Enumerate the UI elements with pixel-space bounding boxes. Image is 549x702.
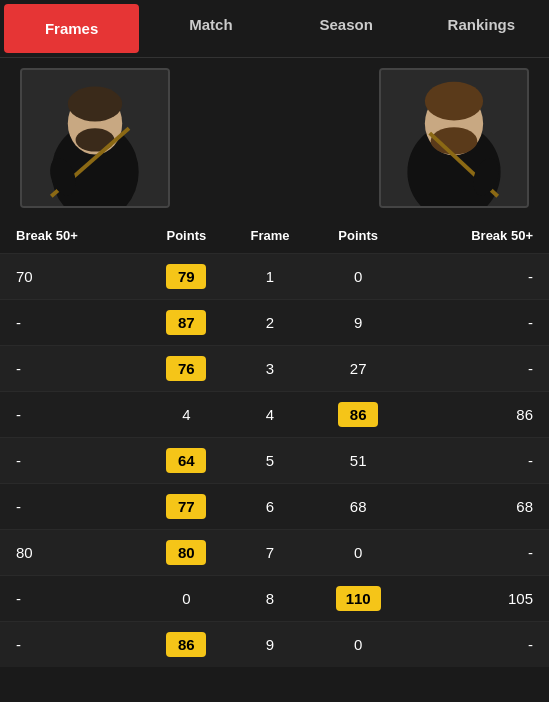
cell-break50-left: - bbox=[0, 346, 144, 392]
cell-break50-left: - bbox=[0, 576, 144, 622]
cell-frame: 7 bbox=[229, 530, 312, 576]
cell-break50-left: - bbox=[0, 622, 144, 668]
svg-point-3 bbox=[68, 87, 122, 122]
cell-points-right: 27 bbox=[311, 346, 404, 392]
cell-points-right: 51 bbox=[311, 438, 404, 484]
cell-points-left: 0 bbox=[144, 576, 229, 622]
cell-break50-right: 68 bbox=[405, 484, 549, 530]
table-row: -8729- bbox=[0, 300, 549, 346]
tab-match[interactable]: Match bbox=[143, 0, 278, 57]
table-row: -8690- bbox=[0, 622, 549, 668]
cell-break50-right: - bbox=[405, 346, 549, 392]
cell-break50-left: - bbox=[0, 484, 144, 530]
svg-point-10 bbox=[425, 82, 483, 121]
cell-points-right: 110 bbox=[311, 576, 404, 622]
cell-break50-left: - bbox=[0, 438, 144, 484]
col-break50-right: Break 50+ bbox=[405, 218, 549, 254]
cell-break50-right: 105 bbox=[405, 576, 549, 622]
col-frame: Frame bbox=[229, 218, 312, 254]
cell-break50-left: 70 bbox=[0, 254, 144, 300]
cell-points-left: 4 bbox=[144, 392, 229, 438]
tab-frames[interactable]: Frames bbox=[4, 4, 139, 53]
cell-break50-right: 86 bbox=[405, 392, 549, 438]
cell-break50-right: - bbox=[405, 254, 549, 300]
stats-table: Break 50+ Points Frame Points Break 50+ … bbox=[0, 218, 549, 667]
cell-break50-left: - bbox=[0, 300, 144, 346]
cell-frame: 9 bbox=[229, 622, 312, 668]
col-points-right: Points bbox=[311, 218, 404, 254]
cell-points-right: 86 bbox=[311, 392, 404, 438]
cell-points-left: 79 bbox=[144, 254, 229, 300]
table-row: 808070- bbox=[0, 530, 549, 576]
player-left-avatar bbox=[20, 68, 170, 208]
cell-points-left: 77 bbox=[144, 484, 229, 530]
tab-season[interactable]: Season bbox=[279, 0, 414, 57]
table-row: -76327- bbox=[0, 346, 549, 392]
cell-points-right: 0 bbox=[311, 530, 404, 576]
cell-points-right: 0 bbox=[311, 254, 404, 300]
cell-break50-right: - bbox=[405, 530, 549, 576]
cell-points-left: 87 bbox=[144, 300, 229, 346]
cell-frame: 6 bbox=[229, 484, 312, 530]
table-row: -64551- bbox=[0, 438, 549, 484]
cell-points-right: 9 bbox=[311, 300, 404, 346]
cell-break50-right: - bbox=[405, 622, 549, 668]
tab-bar: Frames Match Season Rankings bbox=[0, 0, 549, 58]
cell-points-left: 64 bbox=[144, 438, 229, 484]
table-row: -08110105 bbox=[0, 576, 549, 622]
player-right-avatar bbox=[379, 68, 529, 208]
cell-frame: 5 bbox=[229, 438, 312, 484]
cell-break50-left: - bbox=[0, 392, 144, 438]
players-section bbox=[0, 58, 549, 208]
cell-frame: 3 bbox=[229, 346, 312, 392]
cell-points-left: 86 bbox=[144, 622, 229, 668]
cell-points-right: 68 bbox=[311, 484, 404, 530]
cell-frame: 4 bbox=[229, 392, 312, 438]
col-break50-left: Break 50+ bbox=[0, 218, 144, 254]
cell-break50-right: - bbox=[405, 438, 549, 484]
cell-frame: 8 bbox=[229, 576, 312, 622]
cell-points-left: 76 bbox=[144, 346, 229, 392]
cell-points-left: 80 bbox=[144, 530, 229, 576]
cell-points-right: 0 bbox=[311, 622, 404, 668]
table-row: -448686 bbox=[0, 392, 549, 438]
cell-break50-left: 80 bbox=[0, 530, 144, 576]
tab-rankings[interactable]: Rankings bbox=[414, 0, 549, 57]
table-header: Break 50+ Points Frame Points Break 50+ bbox=[0, 218, 549, 254]
cell-frame: 2 bbox=[229, 300, 312, 346]
table-row: -7766868 bbox=[0, 484, 549, 530]
col-points-left: Points bbox=[144, 218, 229, 254]
table-row: 707910- bbox=[0, 254, 549, 300]
cell-break50-right: - bbox=[405, 300, 549, 346]
cell-frame: 1 bbox=[229, 254, 312, 300]
